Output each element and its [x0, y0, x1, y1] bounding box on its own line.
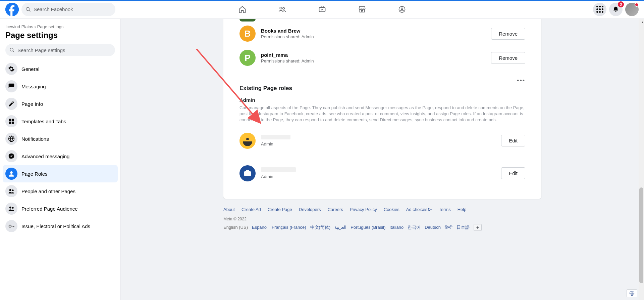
nav-marketplace[interactable] — [343, 1, 381, 17]
sidebar-item-messaging[interactable]: Messaging — [3, 78, 118, 95]
scrollbar-thumb[interactable] — [639, 187, 643, 283]
sidebar-item-electoral-ads[interactable]: Issue, Electoral or Political Ads — [3, 217, 118, 235]
business-permission: Permissions shared: Admin — [261, 34, 486, 39]
globe-icon — [5, 133, 17, 145]
footer-link[interactable]: About — [223, 207, 235, 212]
footer-link[interactable]: Ad choices — [406, 207, 432, 212]
nav-center — [224, 1, 421, 17]
svg-rect-13 — [12, 122, 14, 124]
svg-point-15 — [10, 171, 13, 174]
nav-friends[interactable] — [264, 1, 301, 17]
svg-point-4 — [282, 7, 284, 9]
footer-link[interactable]: Help — [458, 207, 467, 212]
admin-avatar — [239, 165, 256, 181]
business-name: Books and Brew — [261, 28, 486, 34]
notification-badge: 3 — [618, 1, 624, 7]
svg-point-22 — [239, 133, 256, 149]
sidebar-search-input[interactable] — [17, 47, 111, 53]
admin-row: Admin Edit — [223, 129, 541, 153]
business-avatar-partial — [239, 19, 256, 22]
nav-home[interactable] — [224, 1, 261, 17]
topbar: 3 — [0, 0, 644, 19]
remove-button[interactable]: Remove — [491, 52, 525, 64]
marketplace-icon — [358, 5, 366, 13]
sidebar-item-templates[interactable]: Templates and Tabs — [3, 113, 118, 130]
breadcrumb-page-link[interactable]: Icewind Plains — [5, 24, 33, 29]
lang-link[interactable]: العربية — [334, 225, 346, 230]
global-search-input[interactable] — [34, 6, 111, 12]
svg-rect-23 — [246, 138, 249, 140]
lang-link[interactable]: English (US) — [223, 225, 248, 230]
sidebar-item-label: Page Info — [21, 101, 43, 107]
admin-row: Admin Edit — [223, 161, 541, 185]
svg-rect-11 — [12, 119, 14, 121]
lang-link[interactable]: Português (Brasil) — [351, 225, 385, 230]
lang-link[interactable]: Deutsch — [425, 225, 441, 230]
edit-button[interactable]: Edit — [501, 135, 525, 146]
lang-link[interactable]: Italiano — [389, 225, 404, 230]
adchoices-icon — [428, 208, 432, 211]
divider — [239, 74, 525, 74]
admin-role: Admin — [261, 174, 496, 179]
lang-link[interactable]: 中文(简体) — [310, 224, 331, 230]
footer-link[interactable]: Cookies — [384, 207, 399, 212]
scrollbar[interactable] — [639, 19, 644, 300]
footer-link[interactable]: Developers — [299, 207, 321, 212]
messenger-icon — [5, 150, 17, 162]
sidebar-search[interactable] — [5, 44, 115, 56]
sidebar-item-advanced-messaging[interactable]: Advanced messaging — [3, 147, 118, 165]
sidebar-item-label: Templates and Tabs — [21, 119, 66, 124]
lang-link[interactable]: 日本語 — [457, 224, 470, 230]
svg-point-19 — [12, 207, 14, 209]
sidebar-item-page-roles[interactable]: Page Roles — [3, 165, 118, 182]
account-avatar[interactable] — [625, 3, 639, 16]
global-search[interactable] — [21, 3, 115, 16]
sidebar-item-people-pages[interactable]: People and other Pages — [3, 182, 118, 200]
svg-point-17 — [12, 189, 14, 191]
footer-link[interactable]: Privacy Policy — [350, 207, 377, 212]
footer-link[interactable]: Create Ad — [241, 207, 261, 212]
lang-link[interactable]: Español — [252, 225, 268, 230]
facebook-logo[interactable] — [5, 3, 19, 16]
sidebar-item-page-info[interactable]: Page Info — [3, 95, 118, 113]
menu-button[interactable] — [593, 3, 606, 16]
footer-languages: English (US) Español Français (France) 中… — [223, 224, 541, 231]
lang-link[interactable]: Français (France) — [272, 225, 306, 230]
person-icon — [5, 168, 17, 180]
sidebar-item-notifications[interactable]: Notifications — [3, 130, 118, 147]
role-description: Can manage all aspects of the Page. They… — [223, 105, 541, 129]
add-language-button[interactable]: + — [474, 224, 482, 231]
sidebar-item-general[interactable]: General — [3, 60, 118, 78]
sidebar-item-label: Advanced messaging — [21, 154, 69, 159]
footer-link[interactable]: Careers — [328, 207, 343, 212]
search-icon — [25, 7, 31, 12]
footer-link[interactable]: Create Page — [268, 207, 292, 212]
nav-watch[interactable] — [304, 1, 341, 17]
admin-name-redacted — [261, 135, 290, 139]
lang-link[interactable]: 한국어 — [408, 224, 421, 230]
footer-link[interactable]: Terms — [439, 207, 450, 212]
globe-icon — [629, 291, 635, 296]
svg-point-3 — [280, 7, 282, 9]
edit-button[interactable]: Edit — [501, 167, 525, 179]
divider — [239, 157, 525, 157]
nav-groups[interactable] — [383, 1, 421, 17]
watch-icon — [318, 5, 326, 13]
svg-point-7 — [401, 8, 402, 9]
breadcrumb-current: Page settings — [37, 24, 64, 29]
scroll-up-arrow[interactable]: ▴ — [642, 20, 643, 24]
language-globe-button[interactable] — [627, 289, 637, 297]
footer-links: About Create Ad Create Page Developers C… — [223, 207, 541, 212]
friends-icon — [278, 5, 286, 13]
notifications-button[interactable]: 3 — [609, 3, 623, 16]
svg-point-18 — [9, 207, 11, 209]
remove-button[interactable]: Remove — [491, 28, 525, 40]
sidebar-item-preferred-audience[interactable]: Preferred Page Audience — [3, 200, 118, 217]
more-options-icon[interactable]: ••• — [223, 78, 541, 83]
templates-icon — [5, 115, 17, 127]
footer-meta: Meta © 2022 — [223, 217, 541, 221]
lang-link[interactable]: हिन्दी — [445, 225, 452, 230]
key-icon — [5, 220, 17, 232]
admin-avatar — [239, 133, 256, 149]
svg-rect-25 — [244, 171, 251, 176]
